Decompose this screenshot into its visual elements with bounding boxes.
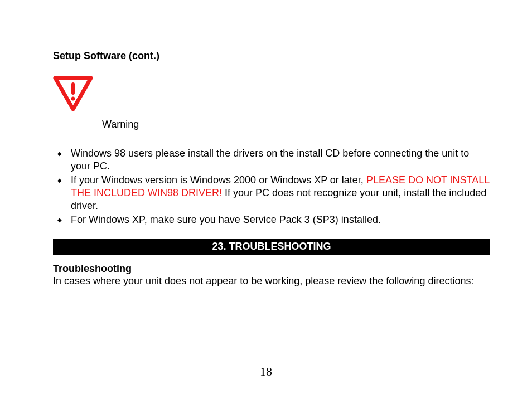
list-item: For Windows XP, make sure you have Servi… — [53, 213, 490, 226]
bullet-list: Windows 98 users please install the driv… — [53, 147, 490, 226]
page-number: 18 — [0, 364, 532, 379]
list-item: Windows 98 users please install the driv… — [53, 147, 490, 173]
warning-label: Warning — [102, 119, 139, 130]
section-title-bar: 23. TROUBLESHOOTING — [53, 239, 490, 255]
bullet-text: For Windows XP, make sure you have Servi… — [71, 214, 381, 225]
body-paragraph: In cases where your unit does not appear… — [53, 275, 490, 288]
troubleshooting-block: Troubleshooting In cases where your unit… — [53, 263, 490, 288]
svg-rect-1 — [71, 82, 75, 95]
bullet-text: If your Windows version is Windows 2000 … — [71, 174, 490, 212]
subsection-heading: Troubleshooting — [53, 263, 490, 275]
svg-point-2 — [71, 97, 75, 101]
bullet-text: Windows 98 users please install the driv… — [71, 148, 469, 172]
document-page: Setup Software (cont.) Warning Windows 9… — [0, 0, 532, 310]
list-item: If your Windows version is Windows 2000 … — [53, 174, 490, 212]
section-heading: Setup Software (cont.) — [53, 50, 490, 62]
warning-block: Warning — [53, 76, 490, 130]
warning-icon — [53, 76, 490, 114]
